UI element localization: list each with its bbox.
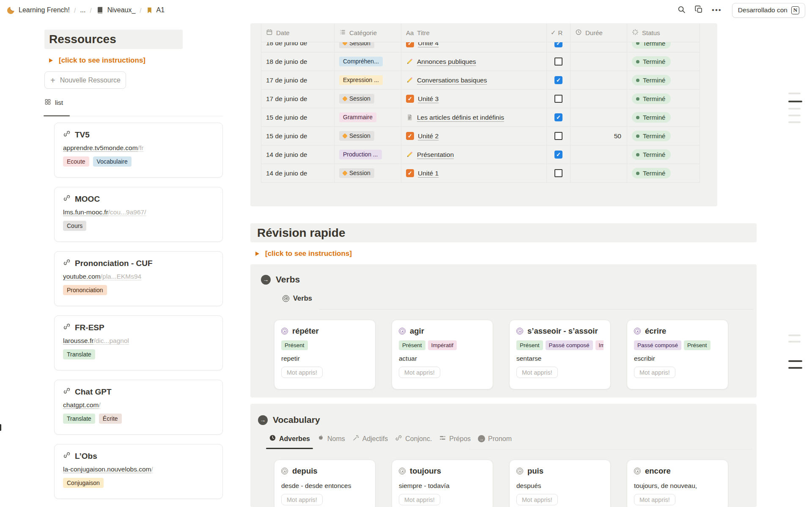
tab-pronom[interactable]: Pronom [478, 435, 512, 443]
breadcrumb-item-collapsed[interactable]: ... [80, 6, 85, 14]
new-resource-button[interactable]: + Nouvelle Ressource [44, 71, 126, 89]
verb-card-repeter[interactable]: répéter Présent repetir Mot appris! [274, 320, 376, 389]
table-row[interactable]: 14 de junio de Session ✓Unité 1 Terminé [261, 164, 700, 183]
word-learned-button[interactable]: Mot appris! [516, 367, 558, 378]
resource-url[interactable]: la-conjugaison.nouvelobs.com/ [63, 466, 214, 473]
checkbox-checked[interactable] [554, 42, 562, 47]
verb-card-agir[interactable]: agir PrésentImpératif actuar Mot appris! [392, 320, 493, 389]
resource-url[interactable]: apprendre.tv5monde.com/fr [63, 144, 214, 152]
resource-card-mooc[interactable]: MOOC lms.fun-mooc.fr/cou...9a967/ Cours [54, 187, 223, 242]
view-tab-list[interactable]: list [44, 99, 63, 107]
breadcrumb-separator: / [90, 7, 91, 14]
resource-tag: Ecoute [63, 156, 89, 167]
row-title-link[interactable]: Présentation [417, 151, 454, 159]
word-learned-button[interactable]: Mot appris! [634, 494, 675, 505]
tab-noms[interactable]: Noms [317, 434, 345, 443]
powered-by-notion-button[interactable]: Desarrollado con N [732, 3, 805, 18]
resource-url[interactable]: larousse.fr/dic...pagnol [63, 337, 214, 345]
checkbox-unchecked[interactable] [554, 95, 562, 103]
row-title-link[interactable]: Unité 3 [418, 95, 439, 103]
resource-url[interactable]: youtube.com/pla...EKMs94 [63, 273, 214, 280]
table-row[interactable]: 17 de junio de Expression ... Conversati… [261, 71, 700, 90]
row-title-link[interactable]: Conversations basiques [417, 77, 487, 84]
column-header-duration[interactable]: Durée [570, 23, 627, 42]
arrow-circle-icon [258, 415, 268, 425]
sidebar-instructions-toggle[interactable]: [click to see instructions] [49, 56, 145, 65]
word-learned-button[interactable]: Mot appris! [281, 367, 323, 378]
verbs-section-heading[interactable]: Verbs [261, 274, 300, 285]
column-header-category[interactable]: Catégorie [334, 23, 401, 42]
vocab-card-puis[interactable]: puis después Mot appris! [509, 460, 611, 507]
search-icon[interactable] [677, 5, 686, 16]
word-learned-button[interactable]: Mot appris! [399, 367, 440, 378]
vocab-card-encore[interactable]: encore toujours, de nouveau, Mot appris! [627, 460, 728, 507]
resource-url[interactable]: chatgpt.com/ [63, 401, 214, 409]
breadcrumb-item-niveaux[interactable]: Niveaux_ [96, 6, 136, 14]
word-learned-button[interactable]: Mot appris! [281, 494, 323, 505]
breadcrumb-item-a1[interactable]: A1 [146, 6, 165, 14]
resource-card-tv5[interactable]: TV5 apprendre.tv5monde.com/fr EcouteVoca… [54, 123, 223, 178]
link-icon [63, 387, 71, 397]
vocab-card-toujours[interactable]: toujours siempre - todavía Mot appris! [392, 460, 493, 507]
verbs-view-tab[interactable]: Verbs [283, 294, 312, 302]
tab-prepos[interactable]: Prépos [439, 434, 471, 443]
column-header-date[interactable]: Date [261, 23, 334, 42]
table-row[interactable]: 15 de junio de Session ✓Unité 2 50 Termi… [261, 127, 700, 145]
outline-dash[interactable] [788, 334, 801, 336]
checkbox-checked[interactable] [554, 76, 562, 84]
resource-card-chatgpt[interactable]: Chat GPT chatgpt.com/ TranslateÉcrite [54, 380, 223, 435]
table-row[interactable]: 17 de junio de Session ✓Unité 3 Terminé [261, 90, 700, 108]
tab-conjonc[interactable]: Conjonc. [395, 434, 432, 443]
outline-dash[interactable] [788, 93, 801, 94]
verb-card-sasseoir[interactable]: s’asseoir - s’assoir PrésentPassé compos… [509, 320, 611, 389]
tab-adjectifs[interactable]: Adjectifs [352, 434, 388, 443]
table-row[interactable]: 18 de junio de Compréhen... Annonces pub… [261, 52, 700, 71]
word-learned-button[interactable]: Mot appris! [634, 367, 675, 378]
tabs-divider [469, 449, 752, 449]
outline-dash-active[interactable] [788, 101, 802, 102]
row-title-link[interactable]: Unité 1 [418, 170, 439, 177]
table-row[interactable]: 15 de junio de Grammaire Les articles dé… [261, 108, 700, 127]
breadcrumb-item-learning-french[interactable]: Learning French! [7, 6, 70, 14]
document-icon [406, 114, 413, 121]
row-title-link[interactable]: Unité 4 [418, 42, 439, 47]
checkbox-checked[interactable] [554, 113, 562, 121]
checkbox-unchecked[interactable] [554, 58, 562, 66]
table-row[interactable]: 14 de junio de Production ... Présentati… [261, 145, 700, 164]
outline-dash[interactable] [788, 341, 801, 343]
checkbox-unchecked[interactable] [554, 169, 562, 177]
category-tag: Session [339, 168, 374, 178]
checkbox-unchecked[interactable] [554, 132, 562, 140]
target-icon [516, 468, 523, 474]
row-title-link[interactable]: Unité 2 [418, 132, 439, 140]
column-header-read[interactable]: ✓ R [546, 23, 570, 42]
toggle-triangle-icon[interactable] [49, 58, 53, 63]
more-menu-icon[interactable]: ••• [712, 6, 722, 14]
tab-adverbes[interactable]: Adverbes [269, 434, 310, 443]
column-header-title[interactable]: Aa Titre [401, 23, 546, 42]
word-learned-button[interactable]: Mot appris! [399, 494, 440, 505]
resource-card-lobs[interactable]: L’Obs la-conjugaison.nouvelobs.com/ Conj… [54, 444, 223, 499]
toggle-triangle-icon[interactable] [255, 252, 259, 256]
outline-dash-active[interactable] [788, 367, 802, 369]
target-icon [283, 295, 289, 302]
duplicate-icon[interactable] [694, 5, 703, 16]
row-title-link[interactable]: Annonces publiques [417, 58, 476, 66]
outline-dash[interactable] [788, 121, 801, 123]
vocab-card-depuis[interactable]: depuis desde - desde entonces Mot appris… [274, 460, 376, 507]
resource-card-prononciation[interactable]: Prononciation - CUF youtube.com/pla...EK… [54, 251, 223, 306]
row-title-link[interactable]: Les articles définis et indéfinis [417, 114, 504, 121]
outline-dash[interactable] [788, 108, 801, 110]
column-header-status[interactable]: Status [627, 23, 700, 42]
resource-card-fr-esp[interactable]: FR-ESP larousse.fr/dic...pagnol Translat… [54, 315, 223, 370]
tense-tag: Passé composé [634, 340, 681, 350]
checkbox-checked[interactable] [554, 151, 562, 159]
verb-card-ecrire[interactable]: écrire Passé composéPrésent escribir Mot… [627, 320, 728, 389]
table-row[interactable]: 18 de junio de Session ✓Unité 4 Terminé [261, 42, 700, 52]
outline-dash-active[interactable] [788, 360, 802, 362]
outline-dash[interactable] [788, 115, 801, 116]
resource-url[interactable]: lms.fun-mooc.fr/cou...9a967/ [63, 208, 214, 216]
revision-instructions-toggle[interactable]: [click to see instructions] [255, 249, 352, 258]
vocabulary-section-heading[interactable]: Vocabulary [258, 415, 320, 425]
word-learned-button[interactable]: Mot appris! [516, 494, 558, 505]
